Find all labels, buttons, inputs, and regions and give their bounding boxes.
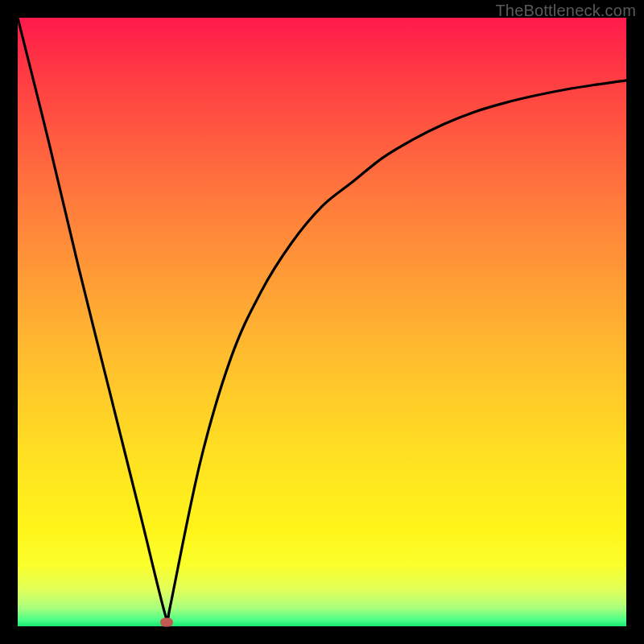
min-point-marker — [160, 618, 173, 627]
chart-curve — [18, 18, 626, 626]
watermark-text: TheBottleneck.com — [495, 2, 636, 20]
chart-plot-area — [18, 18, 626, 626]
